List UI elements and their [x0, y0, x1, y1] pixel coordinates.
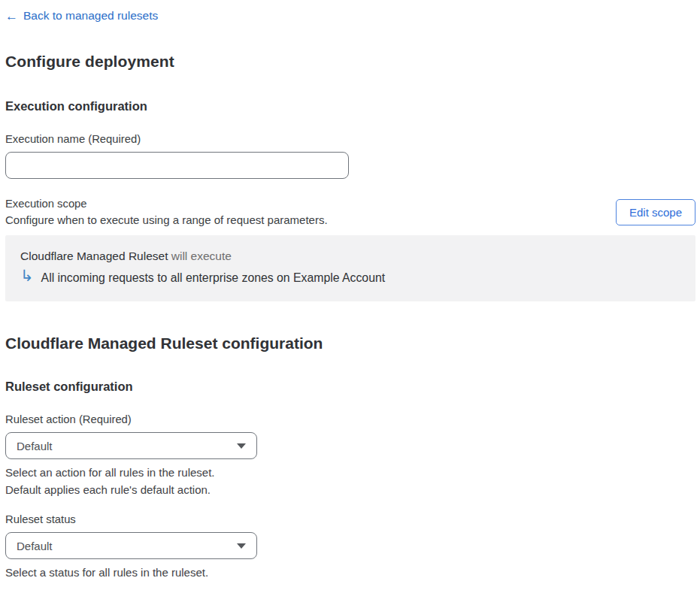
branch-arrow-icon: ↳: [20, 268, 34, 283]
execution-summary-panel: Cloudflare Managed Ruleset will execute …: [5, 235, 695, 301]
ruleset-status-selected-value: Default: [17, 540, 53, 552]
back-arrow-icon: ←: [5, 10, 18, 23]
ruleset-action-selected-value: Default: [17, 440, 53, 452]
summary-ruleset-name: Cloudflare Managed Ruleset: [20, 250, 168, 262]
execution-name-label: Execution name (Required): [5, 133, 695, 145]
execution-configuration-heading: Execution configuration: [5, 99, 695, 113]
execution-scope-description: Configure when to execute using a range …: [5, 213, 328, 226]
page-title: Configure deployment: [5, 53, 695, 71]
execution-name-input[interactable]: [5, 152, 349, 179]
ruleset-status-help-line-1: Select a status for all rules in the rul…: [5, 564, 695, 581]
configure-deployment-page: ← Back to managed rulesets Configure dep…: [0, 0, 700, 581]
back-to-managed-rulesets-link[interactable]: ← Back to managed rulesets: [5, 9, 158, 23]
ruleset-status-label: Ruleset status: [5, 513, 695, 525]
ruleset-action-help-line-1: Select an action for all rules in the ru…: [5, 464, 695, 481]
execution-scope-row: Execution scope Configure when to execut…: [5, 198, 695, 226]
ruleset-configuration-subheading: Ruleset configuration: [5, 380, 695, 394]
execution-scope-label: Execution scope: [5, 198, 328, 210]
ruleset-action-help-line-2: Default applies each rule's default acti…: [5, 481, 695, 498]
ruleset-action-help: Select an action for all rules in the ru…: [5, 464, 695, 498]
back-link-label: Back to managed rulesets: [23, 9, 158, 23]
summary-scope-line: ↳ All incoming requests to all enterpris…: [20, 270, 680, 286]
ruleset-action-select[interactable]: Default: [5, 432, 257, 459]
summary-will-execute-line: Cloudflare Managed Ruleset will execute: [20, 250, 680, 263]
chevron-down-icon: [237, 443, 246, 449]
edit-scope-button[interactable]: Edit scope: [616, 199, 695, 225]
chevron-down-icon: [237, 543, 246, 549]
ruleset-status-select[interactable]: Default: [5, 532, 257, 559]
ruleset-action-label: Ruleset action (Required): [5, 413, 695, 425]
summary-scope-text: All incoming requests to all enterprise …: [41, 271, 385, 285]
ruleset-status-help: Select a status for all rules in the rul…: [5, 564, 695, 581]
summary-will-execute-text: will execute: [168, 250, 231, 262]
ruleset-configuration-title: Cloudflare Managed Ruleset configuration: [5, 334, 695, 352]
execution-scope-text: Execution scope Configure when to execut…: [5, 198, 328, 226]
